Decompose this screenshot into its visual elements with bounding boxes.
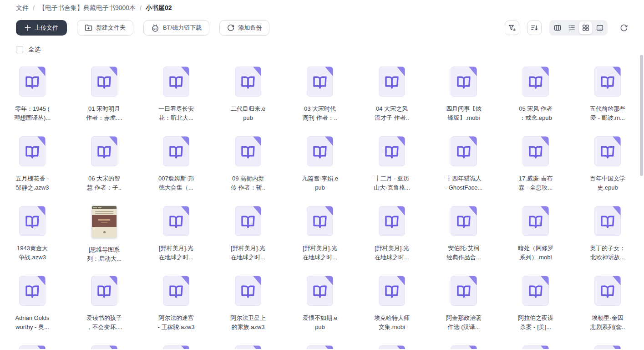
add-backup-label: 添加备份 (238, 24, 262, 32)
file-item[interactable]: 爱读书的孩子，不会变坏.... (76, 272, 133, 342)
file-item[interactable]: 17.威廉·吉布森 - 全息玫... (507, 133, 564, 202)
file-name: 奥丁的子女：北欧神话故... (590, 244, 625, 262)
open-book-file-icon (594, 136, 621, 166)
file-name: 17.威廉·吉布森 - 全息玫... (519, 174, 553, 192)
breadcrumb-parent-folder[interactable]: 【电子书合集】典藏电子书9000本 (39, 4, 136, 12)
open-book-file-icon (235, 276, 261, 306)
breadcrumb-separator: / (33, 5, 35, 12)
file-item[interactable]: 暗处（阿修罗系列）.mobi (507, 202, 564, 272)
breadcrumb-separator: / (140, 5, 142, 12)
open-book-file-icon (451, 206, 477, 236)
view-columns-button[interactable] (551, 21, 564, 34)
file-item[interactable] (147, 342, 205, 349)
open-book-file-icon (522, 345, 549, 349)
file-item[interactable] (291, 342, 349, 349)
file-item[interactable]: 奥丁的子女：北欧神话故... (579, 202, 636, 272)
file-item[interactable]: 1943黄金大争战.azw3 (4, 202, 61, 272)
file-item[interactable]: 五月槐花香 -邹静之.azw3 (4, 133, 61, 202)
file-name: 04 大宋之风流才子 作者.. (375, 104, 409, 123)
bt-magnet-download-button[interactable]: BT BT/磁力链下载 (143, 20, 209, 36)
open-book-file-icon (522, 67, 549, 97)
file-name: 09 高衙内新传 作者：斩.. (231, 174, 265, 192)
file-item[interactable] (76, 342, 133, 349)
file-item[interactable]: 03 大宋时代周刊 作者：.. (291, 63, 349, 133)
file-item[interactable]: 五代前的那些爱 - 郦波.m... (579, 63, 636, 133)
file-item[interactable]: 阿奎那政治著作选 (汉译... (435, 272, 492, 342)
view-gallery-button[interactable] (593, 21, 606, 34)
open-book-file-icon (379, 67, 405, 97)
bt-download-icon: BT (151, 24, 159, 32)
add-backup-button[interactable]: 添加备份 (219, 20, 269, 36)
file-name: 九篇雪-李娟.epub (302, 174, 338, 192)
open-book-file-icon (594, 67, 621, 97)
file-item[interactable]: [野村美月].光在地球之时... (147, 202, 205, 272)
open-book-file-icon (19, 345, 46, 349)
file-item[interactable]: 05 宋风 作者：戒念.epub (507, 63, 564, 133)
svg-text:BT: BT (153, 27, 157, 30)
file-item[interactable]: 十二月 - 亚历山大·克鲁格... (363, 133, 421, 202)
file-item[interactable] (363, 342, 421, 349)
file-item[interactable]: [野村美月].光在地球之时... (363, 202, 421, 272)
vertical-scrollbar-thumb[interactable] (640, 55, 643, 176)
new-folder-button[interactable]: 新建文件夹 (77, 20, 133, 36)
file-item[interactable] (4, 342, 61, 349)
open-book-file-icon (594, 345, 621, 349)
refresh-button[interactable] (618, 21, 630, 34)
file-item[interactable] (507, 342, 564, 349)
file-item[interactable] (219, 342, 277, 349)
file-name: 06 大宋的智慧 作者：子.. (87, 174, 122, 192)
file-item[interactable] (579, 342, 636, 349)
folder-plus-icon (85, 24, 92, 31)
file-item[interactable] (435, 342, 492, 349)
file-item[interactable]: 一日看尽长安花：听北大... (147, 63, 205, 133)
filter-button[interactable] (505, 21, 519, 35)
view-controls (505, 20, 630, 36)
file-name: 百年中国文学史.epub (590, 174, 625, 192)
file-item[interactable]: 01 宋时明月作者：赤虎.... (76, 63, 133, 133)
file-name: 爱读书的孩子，不会变坏.... (86, 314, 122, 332)
file-item[interactable]: 零年：1945 (理想国译丛)... (4, 63, 61, 133)
open-book-file-icon (307, 206, 333, 236)
view-list-button[interactable] (565, 21, 578, 34)
file-item[interactable]: 四月间事【炫锋版】.mobi (435, 63, 492, 133)
file-item[interactable]: 爱恨不如期.epub (291, 272, 349, 342)
file-name: 埃勒里·奎因悲剧系列(套.. (590, 314, 625, 332)
view-list-icon (568, 24, 575, 31)
select-all-checkbox[interactable] (16, 46, 23, 53)
open-book-file-icon (379, 276, 405, 306)
file-name: Adrian Goldsworthy - 奥... (15, 314, 49, 332)
file-name: 埃克哈特大师文集.mobi (374, 314, 410, 332)
view-grid-button[interactable] (579, 21, 592, 34)
open-book-file-icon (307, 136, 333, 166)
file-item[interactable]: 阿尔法的迷宫- 王稼骏.azw3 (147, 272, 205, 342)
file-item[interactable]: 九篇雪-李娟.epub (291, 133, 349, 202)
sort-button[interactable] (527, 21, 542, 35)
open-book-file-icon (163, 276, 189, 306)
file-item[interactable]: [思维导图系列：启动大... (76, 202, 133, 272)
file-item[interactable]: 埃勒里·奎因悲剧系列(套.. (579, 272, 636, 342)
file-item[interactable]: 百年中国文学史.epub (579, 133, 636, 202)
file-item[interactable]: 04 大宋之风流才子 作者.. (363, 63, 421, 133)
file-item[interactable]: Adrian Goldsworthy - 奥... (4, 272, 61, 342)
file-item[interactable]: 安伯托·艾柯经典作品合... (435, 202, 492, 272)
open-book-file-icon (379, 345, 405, 349)
file-item[interactable]: 09 高衙内新传 作者：斩.. (219, 133, 277, 202)
file-item[interactable]: 阿拉伯之夜谋杀案 - [美]... (507, 272, 564, 342)
file-item[interactable]: [野村美月].光在地球之时... (219, 202, 277, 272)
file-item[interactable]: 06 大宋的智慧 作者：子.. (76, 133, 133, 202)
upload-file-button[interactable]: 上传文件 (16, 20, 67, 36)
file-item[interactable]: 阿尔法卫星上的家族.azw3 (219, 272, 277, 342)
file-item[interactable]: 埃克哈特大师文集.mobi (363, 272, 421, 342)
file-grid: 零年：1945 (理想国译丛)... 01 宋时明月作者：赤虎.... 一日看尽… (4, 63, 644, 349)
file-area: 零年：1945 (理想国译丛)... 01 宋时明月作者：赤虎.... 一日看尽… (0, 63, 644, 349)
file-name: 03 大宋时代周刊 作者：.. (303, 104, 337, 123)
open-book-file-icon (163, 206, 189, 236)
breadcrumb-root[interactable]: 文件 (16, 4, 29, 12)
file-name: 阿尔法卫星上的家族.azw3 (230, 314, 266, 332)
file-item[interactable]: 007詹姆斯·邦德大合集（... (147, 133, 205, 202)
file-item[interactable]: [野村美月].光在地球之时... (291, 202, 349, 272)
open-book-file-icon (522, 206, 549, 236)
file-item[interactable]: 二代目归来.epub (219, 63, 277, 133)
open-book-file-icon (451, 136, 477, 166)
file-item[interactable]: 十四年猎诡人- GhostFace... (435, 133, 492, 202)
